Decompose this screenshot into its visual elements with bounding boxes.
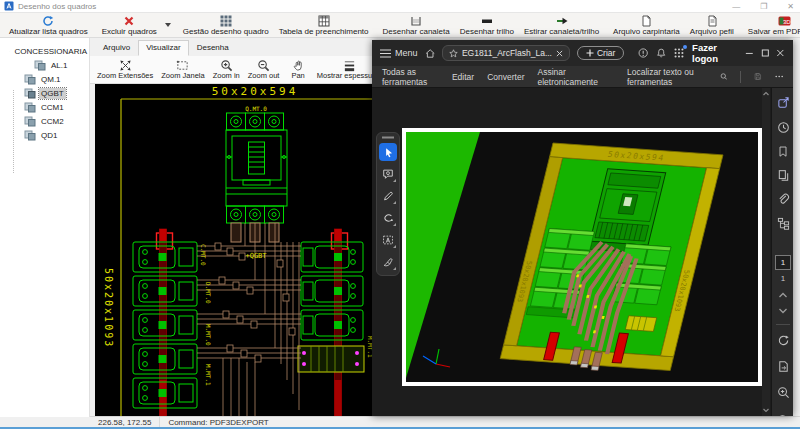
pages-icon[interactable] bbox=[772, 169, 793, 182]
save-icon[interactable] bbox=[754, 71, 762, 82]
arquivo-pefil-button[interactable]: Arquivo pefil bbox=[685, 13, 739, 37]
zoom-out-button[interactable]: Zoom out bbox=[244, 56, 284, 83]
login-button[interactable]: Fazer logon bbox=[692, 42, 738, 64]
apps-waffle-icon[interactable] bbox=[673, 47, 685, 59]
export-pdf-icon[interactable] bbox=[772, 96, 793, 109]
atualizar-lista-quadros-button[interactable]: Atualizar lista quadros bbox=[4, 13, 93, 37]
side-panel-rail: 1 1 bbox=[771, 88, 793, 416]
toolbar-divider bbox=[740, 71, 741, 83]
star-icon[interactable] bbox=[449, 49, 458, 58]
refresh-icon bbox=[42, 15, 54, 27]
file-copy-icon bbox=[706, 15, 718, 27]
grid-icon bbox=[220, 15, 232, 27]
cad-drawing: 50x20x594 50x20x1093 Q.MT.0 bbox=[95, 84, 372, 417]
panel-icon bbox=[24, 74, 36, 85]
excluir-quadros-button[interactable]: Excluir quadros bbox=[97, 14, 162, 37]
scroll-down-icon[interactable] bbox=[762, 406, 770, 414]
window-maximize-button[interactable]: ❐ bbox=[760, 2, 767, 11]
app-icon bbox=[4, 1, 14, 11]
highlight-tool-button[interactable] bbox=[379, 187, 397, 205]
panel-icon bbox=[24, 102, 36, 113]
refresh-view-icon[interactable] bbox=[772, 334, 793, 347]
gestao-desenho-quadro-button[interactable]: Gestão desenho quadro bbox=[178, 13, 274, 37]
document-tab[interactable]: EG1811_ArcFlash_La... bbox=[442, 45, 570, 61]
find-label[interactable]: Localizar texto ou ferramentas bbox=[627, 67, 707, 87]
zoom-janela-button[interactable]: Zoom Janela bbox=[157, 56, 208, 83]
draw-tool-button[interactable] bbox=[379, 209, 397, 227]
tabela-de-preenchimento-button[interactable]: Tabela de preenchimento bbox=[274, 13, 374, 37]
duct-top-label: 50x20x594 bbox=[212, 85, 299, 98]
acrobat-minimize-button[interactable] bbox=[745, 48, 754, 58]
history-icon[interactable] bbox=[772, 121, 793, 134]
tree-connector bbox=[13, 90, 15, 173]
model-tree-icon[interactable] bbox=[772, 217, 793, 230]
zoom-in-button[interactable]: Zoom in bbox=[209, 56, 244, 83]
panel-icon bbox=[24, 116, 36, 127]
svg-text:3D: 3D bbox=[783, 18, 791, 24]
acrobat-close-button[interactable] bbox=[776, 48, 785, 58]
duct-icon bbox=[410, 15, 422, 27]
panel-icon bbox=[24, 88, 36, 99]
bell-icon[interactable] bbox=[656, 47, 666, 59]
page-number-box[interactable]: 1 bbox=[772, 255, 793, 270]
cad-statusbar: 226.58, 172.55 Command: PDF3DEXPORT bbox=[90, 416, 800, 427]
coords-readout: 226.58, 172.55 bbox=[90, 417, 159, 427]
todas-as-ferramentas-button[interactable]: Todas as ferramentas bbox=[382, 67, 439, 87]
menu-desenha[interactable]: Desenha bbox=[189, 40, 237, 56]
arquivo-carpintaria-button[interactable]: Arquivo carpintaria bbox=[608, 13, 685, 37]
file-icon bbox=[640, 15, 652, 27]
table-icon bbox=[318, 15, 330, 27]
next-page-icon[interactable] bbox=[772, 307, 793, 315]
vertical-scrollbar[interactable] bbox=[762, 88, 770, 416]
scroll-up-icon[interactable] bbox=[762, 90, 770, 98]
pan-button[interactable]: Pan bbox=[287, 56, 308, 83]
close-tab-icon[interactable] bbox=[556, 50, 563, 57]
panel-icon bbox=[24, 130, 36, 141]
acrobat-menu-button[interactable]: Menu bbox=[380, 48, 418, 58]
attachments-icon[interactable] bbox=[772, 193, 793, 206]
help-icon[interactable] bbox=[638, 47, 648, 59]
select-tool-button[interactable] bbox=[379, 143, 397, 161]
metering-block bbox=[298, 346, 364, 372]
zoom-extensoes-button[interactable]: Zoom Extensões bbox=[93, 56, 157, 83]
branch-tag-1: C.MT.0 bbox=[200, 244, 207, 266]
editar-button[interactable]: Editar bbox=[452, 72, 474, 82]
comment-tool-button[interactable] bbox=[379, 165, 397, 183]
acrobat-content: 50x20x594 50x20x1093 50x20x1093 bbox=[372, 88, 793, 416]
cad-menubar: Arquivo Visualizar Desenha bbox=[90, 40, 372, 56]
pdf-page[interactable]: 50x20x594 50x20x1093 50x20x1093 bbox=[402, 128, 762, 386]
assinar-button[interactable]: Assinar eletronicamente bbox=[537, 67, 601, 87]
zoom-out-icon[interactable] bbox=[772, 400, 793, 416]
more-options-icon[interactable] bbox=[775, 74, 783, 79]
desenhar-canaleta-button[interactable]: Desenhar canaleta bbox=[378, 13, 455, 37]
window-minimize-button[interactable]: — bbox=[732, 2, 740, 11]
page-view-icon[interactable] bbox=[772, 360, 793, 373]
tree-item-qm1[interactable]: QM.1 bbox=[0, 72, 89, 86]
converter-button[interactable]: Converter bbox=[487, 72, 524, 82]
bookmarks-icon[interactable] bbox=[772, 145, 793, 158]
cad-canvas[interactable]: 50x20x594 50x20x1093 Q.MT.0 bbox=[95, 84, 372, 417]
chevron-down-icon[interactable] bbox=[165, 23, 171, 27]
zoom-in-icon[interactable] bbox=[772, 386, 793, 399]
tree-item-al1[interactable]: AL.1 bbox=[0, 58, 89, 72]
menu-visualizar[interactable]: Visualizar bbox=[138, 40, 189, 56]
home-icon[interactable] bbox=[425, 48, 435, 59]
main-toolbar: Atualizar lista quadros Excluir quadros … bbox=[0, 13, 800, 38]
add-text-tool-button[interactable] bbox=[379, 231, 397, 249]
create-button[interactable]: Criar bbox=[577, 46, 624, 60]
fill-sign-tool-button[interactable] bbox=[379, 253, 397, 271]
duct-side-label: 50x20x1093 bbox=[103, 268, 114, 348]
drag-handle[interactable] bbox=[382, 136, 394, 139]
salvar-em-pdf-3d-button[interactable]: 3D Salvar em PDF 3D... bbox=[743, 13, 800, 37]
search-icon[interactable] bbox=[720, 71, 728, 82]
desenhar-trilho-button[interactable]: Desenhar trilho bbox=[455, 13, 519, 37]
pdf-3d-scene[interactable]: 50x20x594 50x20x1093 50x20x1093 bbox=[406, 132, 758, 382]
window-title: Desenho dos quadros bbox=[18, 2, 96, 11]
window-close-button[interactable]: ✕ bbox=[787, 2, 794, 11]
acrobat-maximize-button[interactable] bbox=[761, 48, 770, 58]
menu-arquivo[interactable]: Arquivo bbox=[95, 40, 138, 56]
previous-page-icon[interactable] bbox=[772, 291, 793, 299]
panel-tag: +QGBT bbox=[245, 252, 267, 260]
estirar-canaleta-trilho-button[interactable]: Estirar canaleta/trilho bbox=[519, 13, 604, 37]
tree-item-concessionaria[interactable]: CONCESSIONARIA bbox=[0, 44, 89, 58]
